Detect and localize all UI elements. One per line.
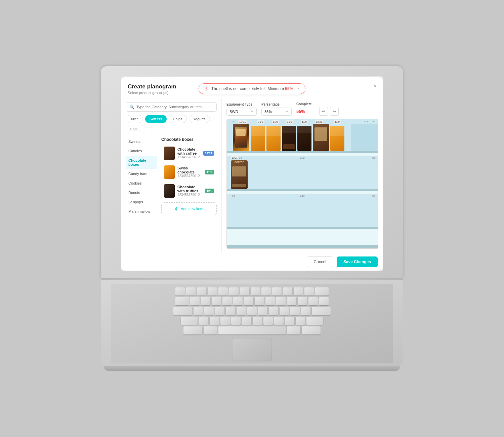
tab-yogurts[interactable]: Yogurts	[189, 115, 210, 123]
key[interactable]	[175, 287, 185, 295]
screen-content: Create planogram Select product group (-…	[121, 76, 383, 271]
cat-candy-bars[interactable]: Candy bars	[126, 169, 157, 178]
key[interactable]	[208, 287, 217, 295]
key[interactable]	[272, 287, 282, 295]
key[interactable]	[229, 287, 239, 295]
key[interactable]	[186, 287, 196, 295]
key[interactable]	[296, 317, 305, 325]
cat-lollipops[interactable]: Lollipops	[126, 198, 157, 206]
key-row-4	[181, 317, 323, 325]
key[interactable]	[242, 317, 251, 325]
key[interactable]	[319, 297, 329, 305]
key[interactable]	[263, 317, 273, 325]
key[interactable]	[308, 297, 318, 305]
trackpad[interactable]	[232, 338, 272, 361]
key[interactable]	[231, 317, 241, 325]
product-item-2[interactable]: Swiss chocolate 123456789012 11'9	[161, 163, 217, 181]
key[interactable]	[226, 307, 235, 315]
tab-more[interactable]: Cate...	[126, 125, 145, 133]
key[interactable]	[290, 307, 300, 315]
key-space[interactable]	[218, 326, 286, 334]
cat-cookies[interactable]: Cookies	[126, 179, 157, 188]
equipment-label: Equipment Type	[226, 103, 257, 106]
product-item-3[interactable]: Chocolate with truffles 123456789012 12'…	[161, 182, 217, 200]
key[interactable]	[274, 317, 284, 325]
cat-sweets[interactable]: Sweets	[126, 137, 157, 146]
key[interactable]	[261, 287, 271, 295]
key[interactable]	[294, 287, 303, 295]
key-alt-l[interactable]	[204, 326, 217, 334]
key[interactable]	[255, 297, 264, 305]
key-ctrl-r[interactable]	[302, 326, 321, 334]
shelf-3-board	[227, 227, 378, 229]
equipment-select[interactable]: BWD ▼	[226, 108, 257, 116]
tab-chips[interactable]: Chips	[169, 115, 187, 123]
shelf1-empty-area	[351, 124, 378, 151]
key[interactable]	[190, 297, 200, 305]
key[interactable]	[287, 297, 296, 305]
create-planogram-dialog: Create planogram Select product group (-…	[121, 77, 383, 271]
key[interactable]	[220, 317, 230, 325]
key[interactable]	[283, 287, 292, 295]
key[interactable]	[218, 287, 228, 295]
key[interactable]	[244, 297, 253, 305]
key-ctrl-l[interactable]	[183, 326, 202, 334]
key[interactable]	[194, 307, 203, 315]
key[interactable]	[237, 307, 246, 315]
product-item-1[interactable]: Chocolate with coffee 123456789012 12'21	[161, 145, 217, 162]
key[interactable]	[197, 287, 206, 295]
dialog-subtitle: Select product group (-s)	[128, 91, 176, 95]
key-shift-l[interactable]	[181, 317, 198, 325]
cat-candies[interactable]: Candies	[126, 147, 157, 155]
key[interactable]	[285, 317, 294, 325]
cancel-button[interactable]: Cancel	[307, 256, 333, 267]
key[interactable]	[280, 307, 289, 315]
key[interactable]	[304, 287, 314, 295]
key[interactable]	[301, 307, 310, 315]
tab-sweets[interactable]: Sweets	[145, 115, 167, 123]
key[interactable]	[251, 287, 260, 295]
alert-close-button[interactable]: ×	[297, 86, 300, 91]
meas-56-shelf3-r: 56	[372, 194, 375, 197]
key[interactable]	[253, 317, 262, 325]
cat-marshmallow[interactable]: Marshmallow	[126, 207, 157, 216]
save-changes-button[interactable]: Save Changes	[337, 256, 378, 267]
undo-button[interactable]: ↩	[319, 107, 328, 116]
key-alt-r[interactable]	[287, 326, 300, 334]
key-tab[interactable]	[175, 297, 189, 305]
add-new-item-button[interactable]: ⊕ Add new item	[161, 202, 217, 215]
key[interactable]	[276, 297, 286, 305]
key[interactable]	[215, 307, 224, 315]
key[interactable]	[258, 307, 267, 315]
key[interactable]	[269, 307, 278, 315]
percentage-select[interactable]: 85% ▼	[261, 108, 292, 116]
chevron-down-icon-2: ▼	[285, 110, 289, 113]
key[interactable]	[212, 297, 221, 305]
key-row-3	[173, 307, 331, 315]
search-input[interactable]	[136, 105, 213, 109]
keyboard-rows	[118, 287, 386, 334]
cat-donuts[interactable]: Donuts	[126, 188, 157, 197]
key[interactable]	[201, 297, 210, 305]
key[interactable]	[210, 317, 219, 325]
key-caps[interactable]	[173, 307, 192, 315]
key[interactable]	[199, 317, 208, 325]
key-backspace[interactable]	[315, 287, 329, 295]
key[interactable]	[204, 307, 214, 315]
cat-chocolate-boxes[interactable]: Chocolate boxes	[126, 156, 157, 169]
redo-button[interactable]: ↪	[330, 107, 339, 116]
key-shift-r[interactable]	[306, 317, 323, 325]
product-badge-2: 11'9	[205, 170, 214, 174]
search-icon: 🔍	[129, 105, 134, 109]
key[interactable]	[240, 287, 249, 295]
key[interactable]	[247, 307, 257, 315]
tab-juice[interactable]: Juice	[126, 115, 143, 123]
key[interactable]	[298, 297, 307, 305]
key-enter[interactable]	[312, 307, 331, 315]
key[interactable]	[222, 297, 232, 305]
key[interactable]	[233, 297, 243, 305]
key[interactable]	[265, 297, 275, 305]
meas-208: 208	[300, 156, 304, 159]
dialog-close-button[interactable]: ×	[373, 83, 376, 89]
meas-260: 260	[300, 194, 304, 197]
